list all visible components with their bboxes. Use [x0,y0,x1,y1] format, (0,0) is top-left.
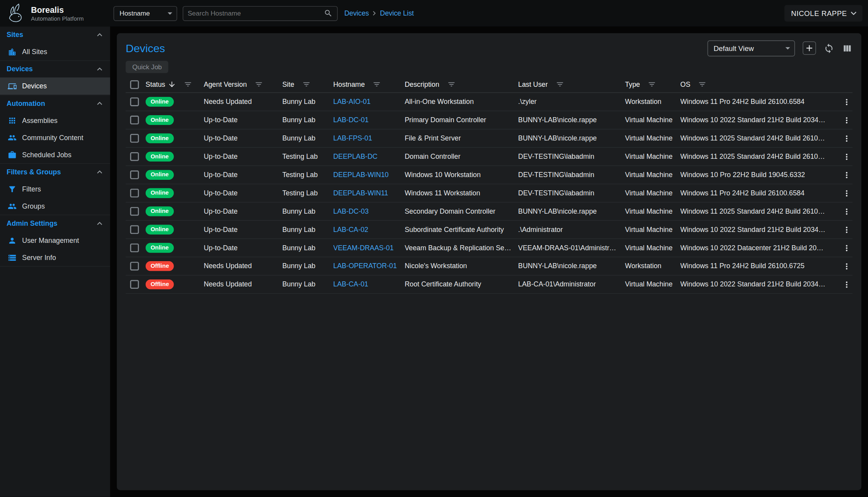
breadcrumb-device-list[interactable]: Device List [380,9,414,17]
table-row[interactable]: Online Up-to-Date Testing Lab DEEPLAB-WI… [126,184,853,202]
select-all-checkbox[interactable] [130,80,139,89]
sidebar-section-devices[interactable]: Devices [0,61,110,77]
table-row[interactable]: Online Up-to-Date Testing Lab DEEPLAB-WI… [126,166,853,184]
sidebar-item-devices[interactable]: Devices [0,77,110,95]
sidebar-section-sites[interactable]: Sites [0,26,110,43]
hostname-cell: LAB-CA-01 [333,281,405,288]
filter-icon[interactable] [698,80,706,88]
view-select[interactable]: Default View [708,40,795,56]
row-menu-icon[interactable] [842,115,851,125]
sidebar-item-groups[interactable]: Groups [0,197,110,214]
description-cell: Domain Controller [405,153,518,160]
select-all-cell [126,80,146,89]
hostname-link[interactable]: LAB-DC-03 [333,207,369,215]
row-menu-icon[interactable] [842,280,851,289]
status-cell: Online [146,97,204,107]
row-menu-icon[interactable] [842,170,851,179]
row-menu-icon[interactable] [842,262,851,271]
people-icon [8,133,17,142]
os-cell: Windows 11 2025 Standard 24H2 Build 2610… [680,207,833,215]
hostname-link[interactable]: DEEPLAB-DC [333,153,378,160]
agent-version-cell: Up-to-Date [204,207,282,215]
column-header-user[interactable]: Last User [518,80,625,88]
sidebar-item-community-content[interactable]: Community Content [0,129,110,146]
row-checkbox[interactable] [130,170,139,179]
sidebar-section-admin-settings[interactable]: Admin Settings [0,215,110,232]
sidebar-item-assemblies[interactable]: Assemblies [0,112,110,129]
column-header-type[interactable]: Type [625,80,680,88]
column-header-desc[interactable]: Description [405,80,518,88]
hostname-link[interactable]: LAB-FPS-01 [333,134,372,142]
search-input[interactable] [188,9,324,17]
columns-button[interactable] [842,43,852,53]
chevron-down-icon [848,8,859,19]
table-row[interactable]: Online Up-to-Date Bunny Lab LAB-DC-03 Se… [126,202,853,221]
search-icon[interactable] [324,9,333,18]
column-header-site[interactable]: Site [282,80,333,88]
filter-icon[interactable] [556,80,564,88]
row-checkbox[interactable] [130,225,139,234]
row-checkbox[interactable] [130,116,139,125]
hostname-link[interactable]: LAB-AIO-01 [333,98,371,106]
table-row[interactable]: Offline Needs Updated Bunny Lab LAB-CA-0… [126,276,853,294]
sidebar-item-user-management[interactable]: User Management [0,232,110,249]
row-menu-icon[interactable] [842,97,851,106]
hostname-link[interactable]: VEEAM-DRAAS-01 [333,244,394,252]
agent-version-cell: Up-to-Date [204,171,282,179]
sidebar-item-server-info[interactable]: Server Info [0,249,110,266]
row-menu-icon[interactable] [842,243,851,253]
filter-icon[interactable] [447,80,455,88]
row-checkbox[interactable] [130,134,139,143]
refresh-button[interactable] [824,43,834,53]
row-menu-icon[interactable] [842,133,851,143]
row-checkbox[interactable] [130,152,139,161]
hostname-link[interactable]: DEEPLAB-WIN11 [333,189,388,197]
hostname-link[interactable]: LAB-CA-02 [333,226,368,234]
view-select-value: Default View [713,44,754,52]
table-row[interactable]: Online Up-to-Date Bunny Lab LAB-FPS-01 F… [126,130,853,148]
row-checkbox[interactable] [130,243,139,252]
user-menu[interactable]: NICOLE RAPPE [785,5,863,22]
row-menu-icon[interactable] [842,188,851,198]
table-row[interactable]: Online Up-to-Date Testing Lab DEEPLAB-DC… [126,148,853,166]
sidebar-item-filters[interactable]: Filters [0,180,110,197]
column-header-status[interactable]: Status [146,80,204,88]
row-menu-icon[interactable] [842,207,851,216]
hostname-link[interactable]: LAB-OPERATOR-01 [333,262,397,270]
row-checkbox[interactable] [130,189,139,198]
sidebar-item-all-sites[interactable]: All Sites [0,43,110,60]
row-checkbox[interactable] [130,280,139,289]
row-checkbox[interactable] [130,97,139,106]
table-row[interactable]: Online Needs Updated Bunny Lab LAB-AIO-0… [126,93,853,111]
last-user-cell: VEEAM-DRAAS-01\Administrator [518,244,625,252]
hostname-link[interactable]: LAB-DC-01 [333,116,369,124]
column-header-agent[interactable]: Agent Version [204,80,282,88]
add-view-button[interactable] [803,42,816,55]
table-toolbar: Default View [708,40,852,56]
table-row[interactable]: Online Up-to-Date Bunny Lab VEEAM-DRAAS-… [126,239,853,257]
quick-job-button[interactable]: Quick Job [126,61,169,73]
breadcrumb-devices[interactable]: Devices [344,9,369,17]
row-checkbox[interactable] [130,207,139,216]
column-header-os[interactable]: OS [680,80,852,88]
row-menu-icon[interactable] [842,225,851,234]
description-cell: All-in-One Workstation [405,98,518,106]
filter-icon[interactable] [648,80,656,88]
table-row[interactable]: Online Up-to-Date Bunny Lab LAB-CA-02 Su… [126,221,853,239]
sidebar-section-automation[interactable]: Automation [0,95,110,112]
filter-icon[interactable] [373,80,381,88]
hostname-link[interactable]: LAB-CA-01 [333,281,368,288]
table-row[interactable]: Offline Needs Updated Bunny Lab LAB-OPER… [126,257,853,276]
sidebar-item-scheduled-jobs[interactable]: Scheduled Jobs [0,146,110,163]
hostname-cell: LAB-DC-03 [333,207,405,215]
table-row[interactable]: Online Up-to-Date Bunny Lab LAB-DC-01 Pr… [126,111,853,130]
filter-icon[interactable] [184,80,192,88]
filter-icon[interactable] [255,80,263,88]
filter-icon[interactable] [302,80,310,88]
row-menu-icon[interactable] [842,152,851,161]
hostname-link[interactable]: DEEPLAB-WIN10 [333,171,389,179]
row-checkbox[interactable] [130,262,139,270]
search-field-select[interactable]: Hostname [113,6,177,21]
sidebar-section-filters-groups[interactable]: Filters & Groups [0,164,110,181]
column-header-host[interactable]: Hostname [333,80,405,88]
